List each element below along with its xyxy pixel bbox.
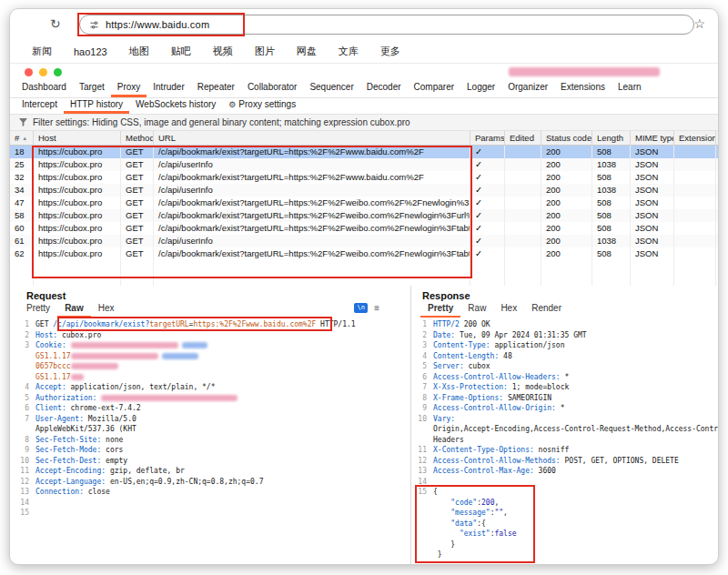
- tab-label-intruder: Intruder: [153, 80, 184, 95]
- request-tab-raw[interactable]: Raw: [57, 302, 91, 318]
- table-row[interactable]: 34https://cubox.proGET/c/api/userInfo✓20…: [10, 184, 718, 197]
- line-number: 8: [417, 393, 433, 404]
- line-number: 11: [15, 466, 35, 477]
- bookmark-item-hao123[interactable]: hao123: [74, 46, 107, 57]
- tab-extensions[interactable]: Extensions: [554, 80, 612, 97]
- subtab-label-websockets-history: WebSockets history: [136, 98, 216, 111]
- line-number: 1: [15, 319, 35, 330]
- column-header-host[interactable]: Host: [34, 131, 121, 145]
- gear-icon: ⚙: [228, 98, 236, 111]
- table-row[interactable]: 25https://cubox.proGET/c/api/userInfo✓20…: [10, 158, 718, 171]
- column-header--[interactable]: #▲: [10, 131, 34, 145]
- line-number: 14: [417, 477, 433, 488]
- line-number: 5: [15, 393, 35, 404]
- table-row[interactable]: 18https://cubox.proGET/c/api/bookmark/ex…: [10, 146, 718, 158]
- tab-repeater[interactable]: Repeater: [191, 80, 241, 97]
- tab-label-organizer: Organizer: [508, 80, 548, 95]
- subtab-websockets-history[interactable]: WebSockets history: [129, 98, 222, 114]
- request-tab-bar: PrettyRawHex \n ≡: [10, 302, 410, 318]
- tab-organizer[interactable]: Organizer: [501, 80, 554, 97]
- address-bar[interactable]: https://www.baidu.com: [79, 15, 694, 35]
- tab-intruder[interactable]: Intruder: [147, 80, 190, 97]
- column-header-mime-type[interactable]: MIME type: [631, 131, 674, 145]
- maximize-window-button[interactable]: [54, 68, 62, 76]
- table-row[interactable]: 47https://cubox.proGET/c/api/bookmark/ex…: [10, 197, 718, 209]
- table-row[interactable]: 61https://cubox.proGET/c/api/userInfo✓20…: [10, 235, 718, 247]
- response-tab-pretty[interactable]: Pretty: [420, 302, 460, 318]
- table-row[interactable]: 60https://cubox.proGET/c/api/bookmark/ex…: [10, 222, 718, 235]
- line-number: [15, 372, 35, 383]
- subtab-intercept[interactable]: Intercept: [15, 98, 64, 114]
- table-row[interactable]: 58https://cubox.proGET/c/api/bookmark/ex…: [10, 209, 718, 222]
- tab-comparer[interactable]: Comparer: [408, 80, 460, 97]
- subtab-proxy-settings[interactable]: ⚙Proxy settings: [222, 98, 302, 114]
- bookmark-item-视频[interactable]: 视频: [213, 45, 233, 58]
- line-number: 1: [417, 319, 433, 330]
- code-line: 7User-Agent: Mozilla/5.0: [15, 414, 410, 425]
- request-tab-pretty[interactable]: Pretty: [19, 302, 57, 318]
- tab-collaborator[interactable]: Collaborator: [241, 80, 303, 97]
- response-tab-bar: PrettyRawHexRender: [411, 302, 718, 318]
- line-number: [417, 550, 433, 560]
- code-line: 1GET /c/api/bookmark/exist?targetURL=htt…: [15, 319, 410, 330]
- tab-learn[interactable]: Learn: [612, 80, 648, 97]
- bookmark-item-网盘[interactable]: 网盘: [297, 45, 317, 58]
- code-line: 13Connection: close: [15, 487, 410, 498]
- subtab-http-history[interactable]: HTTP history: [64, 98, 129, 114]
- minimize-window-button[interactable]: [39, 68, 47, 76]
- column-header-params[interactable]: Params: [470, 131, 505, 145]
- linebreaks-toggle-icon[interactable]: \n: [354, 303, 368, 313]
- response-tab-raw[interactable]: Raw: [460, 302, 493, 318]
- column-header-length[interactable]: Length: [592, 131, 631, 145]
- table-row[interactable]: 32https://cubox.proGET/c/api/bookmark/ex…: [10, 171, 718, 184]
- column-header-url[interactable]: URL: [154, 131, 470, 145]
- tab-logger[interactable]: Logger: [460, 80, 501, 97]
- code-line: 10Vary:: [417, 414, 718, 425]
- code-line: 4Accept: application/json, text/plain, *…: [15, 382, 410, 393]
- close-window-button[interactable]: [25, 68, 33, 76]
- bookmark-item-文库[interactable]: 文库: [339, 45, 359, 58]
- filter-settings-bar[interactable]: Filter settings: Hiding CSS, image and g…: [10, 115, 718, 131]
- bookmark-item-更多[interactable]: 更多: [380, 45, 400, 58]
- tab-target[interactable]: Target: [73, 80, 111, 97]
- burp-titlebar: [10, 64, 718, 80]
- bookmark-star-icon[interactable]: ☆: [693, 16, 705, 31]
- code-line: }: [417, 540, 718, 550]
- response-tab-hex[interactable]: Hex: [493, 302, 524, 318]
- code-line: }: [417, 550, 718, 560]
- column-header-status-code[interactable]: Status code: [541, 131, 592, 145]
- bookmark-item-贴吧[interactable]: 贴吧: [171, 45, 191, 58]
- response-tab-render[interactable]: Render: [524, 302, 569, 318]
- line-number: [417, 529, 433, 540]
- subtab-label-intercept: Intercept: [22, 98, 57, 111]
- tab-label-repeater: Repeater: [197, 80, 235, 95]
- tab-decoder[interactable]: Decoder: [360, 80, 408, 97]
- line-number: [417, 508, 433, 519]
- column-header-method[interactable]: Method: [121, 131, 154, 145]
- code-line: 14: [417, 477, 718, 488]
- table-row[interactable]: 62https://cubox.proGET/c/api/bookmark/ex…: [10, 247, 718, 260]
- bookmark-item-图片[interactable]: 图片: [255, 45, 275, 58]
- tab-label-decoder: Decoder: [367, 80, 401, 95]
- line-number: 5: [417, 361, 433, 372]
- tab-proxy[interactable]: Proxy: [111, 80, 147, 97]
- proxy-sub-tab-bar: InterceptHTTP historyWebSockets history⚙…: [10, 98, 718, 115]
- reload-icon[interactable]: ↻: [50, 16, 61, 31]
- code-line: 15: [15, 508, 410, 519]
- redacted-title-text: [509, 67, 660, 76]
- line-number: 15: [417, 487, 433, 498]
- code-line: "data":{: [417, 519, 718, 530]
- line-number: 3: [15, 340, 35, 351]
- tab-sequencer[interactable]: Sequencer: [303, 80, 359, 97]
- column-header-extension[interactable]: Extension: [674, 131, 716, 145]
- request-menu-icon[interactable]: ≡: [374, 303, 379, 313]
- redacted-content: [101, 395, 238, 401]
- tab-dashboard[interactable]: Dashboard: [15, 80, 73, 97]
- bookmark-item-新闻[interactable]: 新闻: [32, 45, 52, 58]
- line-number: [15, 361, 35, 372]
- bookmark-item-地图[interactable]: 地图: [129, 45, 149, 58]
- code-line: "message":"",: [417, 508, 718, 519]
- redacted-content: [71, 363, 118, 369]
- request-tab-hex[interactable]: Hex: [91, 302, 122, 318]
- column-header-edited[interactable]: Edited: [505, 131, 541, 145]
